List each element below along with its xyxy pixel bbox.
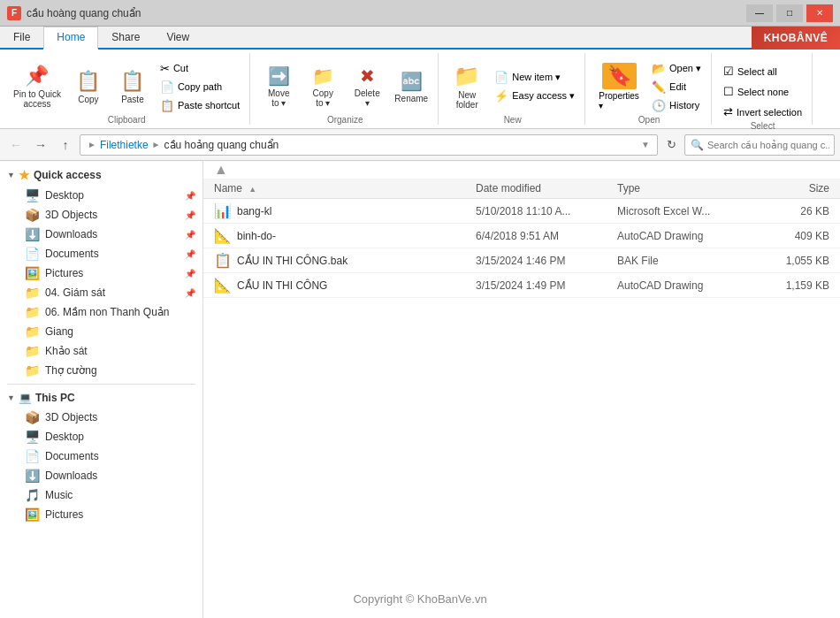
address-bar: ← → ↑ ► Filethietke ► cầu hoảng quang ch… [0, 129, 840, 161]
table-row[interactable]: 📐 CẦU IN THI CÔNG 3/15/2024 1:49 PM Auto… [203, 273, 840, 298]
new-folder-label: Newfolder [456, 90, 478, 110]
title-bar-text: cầu hoàng quang chuẩn [27, 7, 746, 19]
tab-share[interactable]: Share [98, 27, 153, 48]
documents-qa-icon: 📄 [25, 247, 40, 261]
04-pin: 📌 [185, 288, 195, 298]
copy-button[interactable]: 📋 Copy [67, 58, 110, 115]
file-date-bang-kl: 5/10/2018 11:10 A... [476, 205, 617, 217]
desktop-qa-label: Desktop [45, 189, 179, 202]
file-date-cau-bak: 3/15/2024 1:46 PM [476, 255, 617, 267]
title-bar: F cầu hoàng quang chuẩn — □ ✕ [0, 0, 840, 27]
invert-selection-label: Invert selection [737, 107, 802, 118]
file-type-cau-bak: BAK File [617, 255, 759, 267]
copyright: Copyright © KhoBanVe.vn [353, 592, 486, 606]
sidebar-item-pictures-qa[interactable]: 🖼️ Pictures 📌 [0, 263, 202, 283]
paste-label: Paste [121, 95, 144, 104]
tab-file[interactable]: File [0, 27, 43, 48]
sidebar-item-3d-pc[interactable]: 📦 3D Objects [0, 408, 202, 427]
select-all-button[interactable]: ☑ Select all [719, 62, 806, 80]
copy-path-button[interactable]: 📄 Copy path [156, 78, 244, 96]
ribbon-open-content: 🔖 Properties▾ 📂 Open ▾ ✏️ Edit 🕒 History [592, 55, 706, 115]
col-date[interactable]: Date modified [476, 182, 617, 195]
tab-view[interactable]: View [153, 27, 202, 48]
04-giam-sat-icon: 📁 [25, 286, 40, 300]
3d-qa-icon: 📦 [25, 208, 40, 222]
pictures-pc-icon: 🖼️ [25, 507, 40, 522]
pin-to-quick-button[interactable]: 📌 Pin to Quickaccess [9, 58, 65, 115]
desktop-pc-icon: 🖥️ [25, 430, 40, 444]
path-dropdown-arrow[interactable]: ▼ [641, 140, 650, 149]
col-type-label: Type [617, 182, 640, 195]
refresh-button[interactable]: ↻ [661, 135, 681, 155]
col-name[interactable]: Name ▲ [214, 182, 476, 195]
table-row[interactable]: 📐 binh-do- 6/4/2018 9:51 AM AutoCAD Draw… [203, 224, 840, 248]
address-path[interactable]: ► Filethietke ► cầu hoảng quang chuẩn ▼ [80, 134, 658, 156]
organize-group-label: Organize [327, 115, 363, 126]
paste-shortcut-button[interactable]: 📋 Paste shortcut [156, 96, 244, 115]
new-item-button[interactable]: 📄 New item ▾ [490, 68, 579, 87]
sidebar-item-downloads-qa[interactable]: ⬇️ Downloads 📌 [0, 225, 202, 244]
title-bar-icon: F [7, 6, 21, 20]
search-input[interactable] [707, 140, 829, 150]
sidebar-item-desktop-pc[interactable]: 🖥️ Desktop [0, 427, 202, 446]
quick-access-header[interactable]: ▼ ★ Quick access [0, 164, 202, 186]
sidebar-item-3d-qa[interactable]: 📦 3D Objects 📌 [0, 205, 202, 225]
file-size-cau-bak: 1,055 KB [759, 255, 829, 267]
sidebar-item-documents-pc[interactable]: 📄 Documents [0, 446, 202, 466]
col-type[interactable]: Type [617, 182, 759, 195]
sidebar-item-downloads-pc[interactable]: ⬇️ Downloads [0, 466, 202, 485]
ribbon-body: 📌 Pin to Quickaccess 📋 Copy 📋 Paste ✂ Cu… [0, 50, 840, 129]
04-giam-sat-label: 04. Giám sát [45, 286, 179, 299]
open-icon: 📂 [652, 62, 666, 75]
cut-button[interactable]: ✂ Cut [156, 59, 244, 78]
tab-home[interactable]: Home [43, 27, 98, 50]
sidebar-item-pictures-pc[interactable]: 🖼️ Pictures [0, 505, 202, 524]
easy-access-button[interactable]: ⚡ Easy access ▾ [490, 87, 579, 105]
select-none-button[interactable]: ☐ Select none [719, 82, 806, 101]
open-btn[interactable]: 📂 Open ▾ [647, 59, 706, 78]
table-row[interactable]: 📋 CẦU IN THI CÔNG.bak 3/15/2024 1:46 PM … [203, 248, 840, 273]
close-button[interactable]: ✕ [806, 4, 833, 22]
delete-button[interactable]: ✖ Delete▾ [346, 58, 388, 115]
sidebar-item-desktop-qa[interactable]: 🖥️ Desktop 📌 [0, 186, 202, 205]
sidebar-item-04-giam-sat[interactable]: 📁 04. Giám sát 📌 [0, 283, 202, 302]
this-pc-header[interactable]: ▼ 💻 This PC [0, 388, 202, 408]
properties-button[interactable]: 🔖 Properties▾ [592, 58, 645, 115]
move-to-button[interactable]: ➡️ Moveto ▾ [257, 58, 300, 115]
col-size[interactable]: Size [759, 182, 829, 195]
this-pc-label: This PC [35, 392, 75, 404]
qa-star-icon: ★ [19, 168, 30, 182]
sidebar-item-06-mam-non[interactable]: 📁 06. Mầm non Thanh Quản [0, 302, 202, 322]
table-row[interactable]: 📊 bang-kl 5/10/2018 11:10 A... Microsoft… [203, 199, 840, 224]
minimize-button[interactable]: — [746, 4, 773, 22]
select-group-label: Select [751, 121, 775, 133]
desktop-qa-pin: 📌 [185, 191, 195, 201]
forward-button[interactable]: → [30, 134, 51, 156]
file-type-cau: AutoCAD Drawing [617, 279, 759, 292]
open-small-group: 📂 Open ▾ ✏️ Edit 🕒 History [647, 58, 706, 115]
sort-arrow-area: ▲ [203, 161, 840, 179]
history-button[interactable]: 🕒 History [647, 96, 706, 115]
search-box[interactable]: 🔍 [684, 134, 835, 156]
easy-access-label: Easy access ▾ [512, 90, 575, 102]
invert-selection-button[interactable]: ⇄ Invert selection [719, 103, 806, 121]
delete-label: Delete▾ [355, 88, 380, 108]
paste-button[interactable]: 📋 Paste [111, 58, 154, 115]
sidebar-item-tho-cuong[interactable]: 📁 Thợ cường [0, 361, 202, 380]
sidebar-item-giang[interactable]: 📁 Giang [0, 322, 202, 341]
path-segment-filethietke[interactable]: Filethietke [100, 139, 149, 151]
new-folder-button[interactable]: 📁 Newfolder [446, 58, 488, 115]
maximize-button[interactable]: □ [776, 4, 803, 22]
edit-button[interactable]: ✏️ Edit [647, 78, 706, 96]
back-button[interactable]: ← [5, 134, 27, 156]
sidebar-item-music-pc[interactable]: 🎵 Music [0, 485, 202, 505]
sidebar: ▼ ★ Quick access 🖥️ Desktop 📌 📦 3D Objec… [0, 161, 203, 618]
copy-to-button[interactable]: 📁 Copyto ▾ [302, 58, 344, 115]
cut-label: Cut [173, 63, 188, 73]
sidebar-item-documents-qa[interactable]: 📄 Documents 📌 [0, 244, 202, 263]
rename-button[interactable]: 🔤 Rename [390, 58, 432, 115]
paste-icon: 📋 [120, 70, 144, 93]
sidebar-item-khao-sat[interactable]: 📁 Khảo sát [0, 341, 202, 361]
up-button[interactable]: ↑ [55, 134, 76, 156]
file-date-cau: 3/15/2024 1:49 PM [476, 279, 617, 292]
